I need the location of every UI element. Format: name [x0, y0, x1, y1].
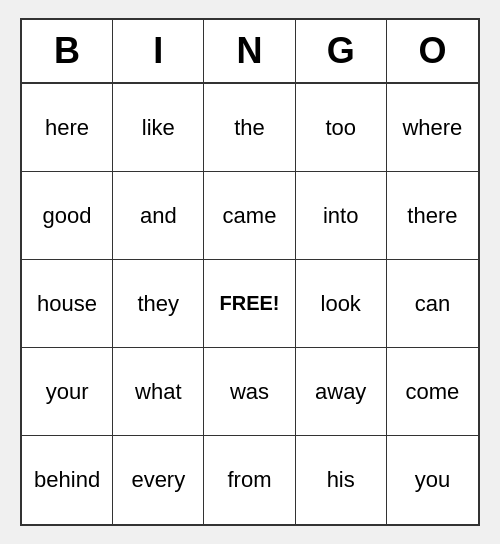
cell-2[interactable]: the	[204, 84, 295, 172]
header-B: B	[22, 20, 113, 82]
cell-5[interactable]: good	[22, 172, 113, 260]
cell-11[interactable]: they	[113, 260, 204, 348]
bingo-card: BINGO herelikethetoowheregoodandcameinto…	[20, 18, 480, 526]
cell-13[interactable]: look	[296, 260, 387, 348]
bingo-grid: herelikethetoowheregoodandcameintothereh…	[22, 84, 478, 524]
header-I: I	[113, 20, 204, 82]
cell-14[interactable]: can	[387, 260, 478, 348]
cell-23[interactable]: his	[296, 436, 387, 524]
cell-22[interactable]: from	[204, 436, 295, 524]
header-G: G	[296, 20, 387, 82]
cell-15[interactable]: your	[22, 348, 113, 436]
cell-9[interactable]: there	[387, 172, 478, 260]
cell-24[interactable]: you	[387, 436, 478, 524]
cell-21[interactable]: every	[113, 436, 204, 524]
cell-8[interactable]: into	[296, 172, 387, 260]
cell-0[interactable]: here	[22, 84, 113, 172]
cell-18[interactable]: away	[296, 348, 387, 436]
cell-20[interactable]: behind	[22, 436, 113, 524]
cell-1[interactable]: like	[113, 84, 204, 172]
cell-12[interactable]: FREE!	[204, 260, 295, 348]
header-N: N	[204, 20, 295, 82]
cell-17[interactable]: was	[204, 348, 295, 436]
cell-16[interactable]: what	[113, 348, 204, 436]
bingo-header: BINGO	[22, 20, 478, 84]
cell-7[interactable]: came	[204, 172, 295, 260]
cell-4[interactable]: where	[387, 84, 478, 172]
cell-3[interactable]: too	[296, 84, 387, 172]
cell-10[interactable]: house	[22, 260, 113, 348]
header-O: O	[387, 20, 478, 82]
cell-6[interactable]: and	[113, 172, 204, 260]
cell-19[interactable]: come	[387, 348, 478, 436]
